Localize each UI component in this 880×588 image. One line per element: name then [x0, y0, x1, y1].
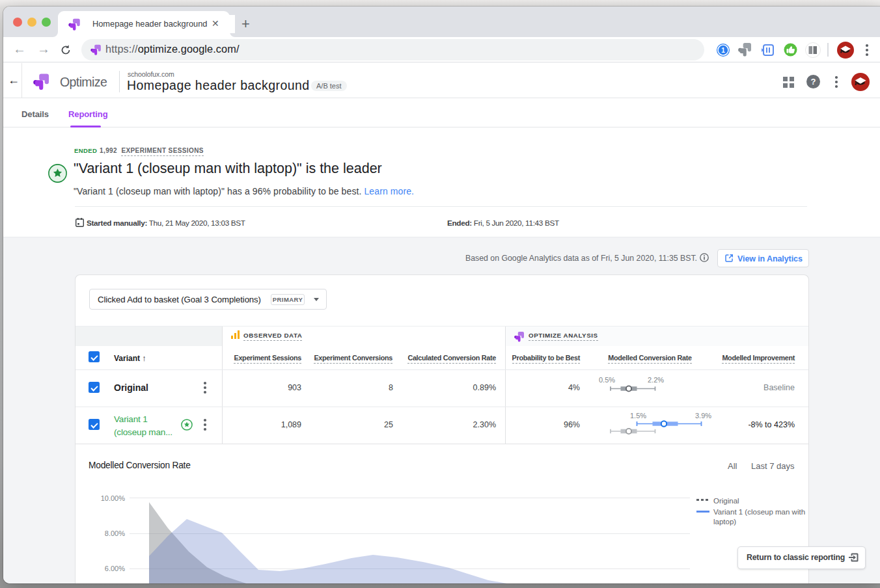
svg-text:1: 1: [721, 47, 725, 54]
svg-text:?: ?: [811, 77, 816, 87]
